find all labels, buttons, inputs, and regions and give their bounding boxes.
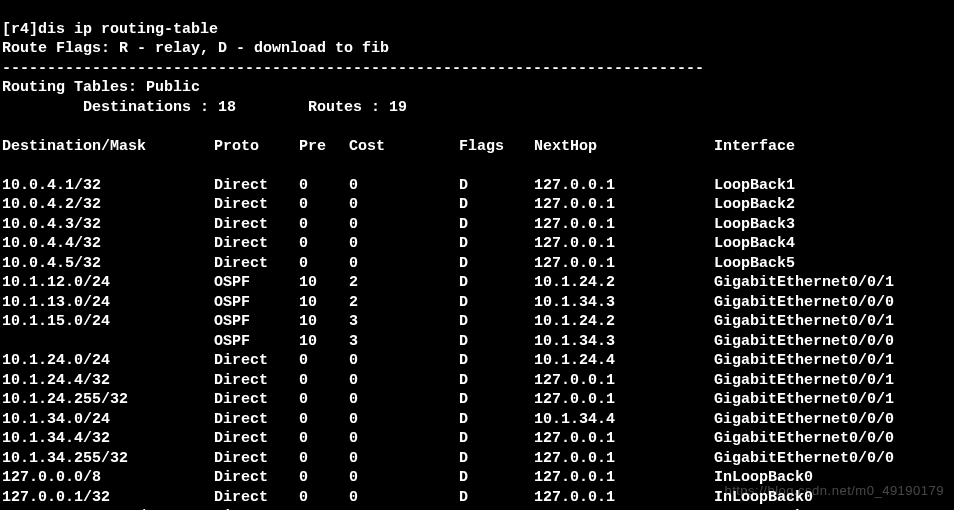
- cell-destination: 10.1.34.255/32: [2, 449, 214, 469]
- cell-flags: D: [459, 312, 534, 332]
- cell-interface: LoopBack3: [714, 215, 894, 235]
- cell-pre: 0: [299, 351, 349, 371]
- cell-cost: 0: [349, 488, 459, 508]
- cell-proto: Direct: [214, 449, 299, 469]
- cell-nexthop: 127.0.0.1: [534, 429, 714, 449]
- cell-nexthop: 127.0.0.1: [534, 390, 714, 410]
- cell-nexthop: 10.1.24.4: [534, 351, 714, 371]
- table-row: 10.0.4.1/32Direct00D127.0.0.1LoopBack1: [2, 176, 894, 196]
- cell-flags: D: [459, 332, 534, 352]
- cell-nexthop: 10.1.34.3: [534, 293, 714, 313]
- cell-flags: D: [459, 234, 534, 254]
- cell-destination: 10.1.24.255/32: [2, 390, 214, 410]
- table-row: 10.1.24.255/32Direct00D127.0.0.1GigabitE…: [2, 390, 894, 410]
- cell-interface: GigabitEthernet0/0/1: [714, 351, 894, 371]
- routes-label: Routes :: [308, 99, 389, 116]
- table-row: 10.0.4.5/32Direct00D127.0.0.1LoopBack5: [2, 254, 894, 274]
- table-row: 10.1.24.0/24Direct00D10.1.24.4GigabitEth…: [2, 351, 894, 371]
- cell-proto: Direct: [214, 390, 299, 410]
- cell-nexthop: 10.1.24.2: [534, 312, 714, 332]
- cell-cost: 0: [349, 449, 459, 469]
- cell-destination: 10.0.4.1/32: [2, 176, 214, 196]
- command-line: [r4]dis ip routing-table: [2, 21, 218, 38]
- cell-cost: 0: [349, 234, 459, 254]
- cell-cost: 0: [349, 351, 459, 371]
- cell-nexthop: 127.0.0.1: [534, 488, 714, 508]
- cell-proto: Direct: [214, 488, 299, 508]
- cell-nexthop: 127.0.0.1: [534, 468, 714, 488]
- cell-interface: GigabitEthernet0/0/1: [714, 390, 894, 410]
- cell-pre: 0: [299, 195, 349, 215]
- cell-pre: 0: [299, 449, 349, 469]
- cell-nexthop: 127.0.0.1: [534, 371, 714, 391]
- cell-proto: OSPF: [214, 312, 299, 332]
- cell-proto: OSPF: [214, 293, 299, 313]
- cell-pre: 0: [299, 488, 349, 508]
- cell-interface: LoopBack4: [714, 234, 894, 254]
- cell-pre: 10: [299, 273, 349, 293]
- cell-proto: Direct: [214, 410, 299, 430]
- routing-table: Destination/Mask Proto Pre Cost Flags Ne…: [2, 137, 894, 511]
- cell-pre: 0: [299, 215, 349, 235]
- cell-interface: GigabitEthernet0/0/0: [714, 429, 894, 449]
- cell-proto: Direct: [214, 371, 299, 391]
- cell-flags: D: [459, 273, 534, 293]
- cell-flags: D: [459, 351, 534, 371]
- cell-destination: 10.1.34.4/32: [2, 429, 214, 449]
- cell-destination: 10.0.4.4/32: [2, 234, 214, 254]
- table-row: 10.0.4.3/32Direct00D127.0.0.1LoopBack3: [2, 215, 894, 235]
- header-nexthop: NextHop: [534, 137, 714, 157]
- cell-interface: GigabitEthernet0/0/0: [714, 449, 894, 469]
- watermark-text: https://blog.csdn.net/m0_49190179: [724, 483, 944, 500]
- cell-cost: 0: [349, 390, 459, 410]
- table-row: 10.0.4.2/32Direct00D127.0.0.1LoopBack2: [2, 195, 894, 215]
- cell-proto: OSPF: [214, 273, 299, 293]
- cell-pre: 0: [299, 371, 349, 391]
- cell-interface: LoopBack1: [714, 176, 894, 196]
- cell-pre: 0: [299, 429, 349, 449]
- cell-proto: Direct: [214, 176, 299, 196]
- cell-pre: 0: [299, 390, 349, 410]
- cell-pre: 0: [299, 254, 349, 274]
- cell-flags: D: [459, 488, 534, 508]
- routes-count: 19: [389, 99, 407, 116]
- cell-destination: 10.0.4.2/32: [2, 195, 214, 215]
- cell-proto: Direct: [214, 234, 299, 254]
- terminal-output: [r4]dis ip routing-table Route Flags: R …: [0, 0, 954, 510]
- cell-flags: D: [459, 390, 534, 410]
- cell-interface: GigabitEthernet0/0/1: [714, 273, 894, 293]
- cell-nexthop: 127.0.0.1: [534, 449, 714, 469]
- cell-cost: 0: [349, 429, 459, 449]
- cell-cost: 2: [349, 273, 459, 293]
- cell-interface: GigabitEthernet0/0/0: [714, 293, 894, 313]
- cell-cost: 0: [349, 468, 459, 488]
- header-destination: Destination/Mask: [2, 137, 214, 157]
- cell-cost: 0: [349, 195, 459, 215]
- cell-cost: 0: [349, 254, 459, 274]
- cell-cost: 0: [349, 176, 459, 196]
- cell-proto: OSPF: [214, 332, 299, 352]
- cell-destination: 10.1.12.0/24: [2, 273, 214, 293]
- cell-nexthop: 10.1.24.2: [534, 273, 714, 293]
- cell-destination: 10.1.24.4/32: [2, 371, 214, 391]
- cell-destination: 10.0.4.5/32: [2, 254, 214, 274]
- cell-nexthop: 127.0.0.1: [534, 176, 714, 196]
- cell-proto: Direct: [214, 195, 299, 215]
- cell-cost: 3: [349, 312, 459, 332]
- table-row: 10.1.34.0/24Direct00D10.1.34.4GigabitEth…: [2, 410, 894, 430]
- table-row: 10.1.15.0/24OSPF103D10.1.24.2GigabitEthe…: [2, 312, 894, 332]
- cell-destination: 127.0.0.1/32: [2, 488, 214, 508]
- route-flags-legend: Route Flags: R - relay, D - download to …: [2, 40, 389, 57]
- cell-proto: Direct: [214, 468, 299, 488]
- cell-pre: 0: [299, 410, 349, 430]
- cell-pre: 0: [299, 176, 349, 196]
- cell-pre: 10: [299, 332, 349, 352]
- cell-cost: 0: [349, 410, 459, 430]
- cell-destination: 10.1.15.0/24: [2, 312, 214, 332]
- cell-destination: 10.1.13.0/24: [2, 293, 214, 313]
- cell-nexthop: 10.1.34.4: [534, 410, 714, 430]
- table-row: 10.1.12.0/24OSPF102D10.1.24.2GigabitEthe…: [2, 273, 894, 293]
- table-row: 10.1.34.255/32Direct00D127.0.0.1GigabitE…: [2, 449, 894, 469]
- cell-pre: 0: [299, 468, 349, 488]
- cell-proto: Direct: [214, 254, 299, 274]
